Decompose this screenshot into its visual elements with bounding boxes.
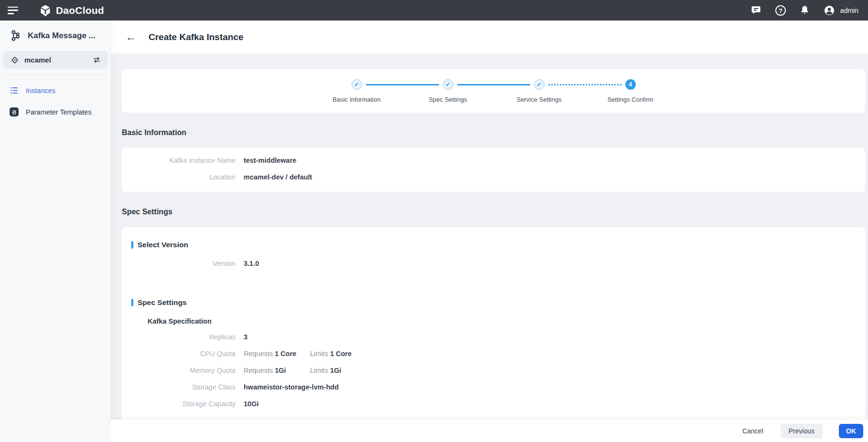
- step-label: Settings Confirm: [607, 96, 653, 103]
- menu-icon[interactable]: [8, 7, 19, 14]
- form-row: Storage Class hwameistor-storage-lvm-hdd: [131, 383, 856, 391]
- requests-label: Requests: [244, 367, 273, 374]
- subsection-spec-settings: Spec Settings: [131, 298, 856, 307]
- field-value: mcamel-dev / default: [244, 173, 312, 181]
- spec-settings-card: Select Version Version 3.1.0 Spec Settin…: [122, 227, 865, 420]
- sidebar-divider: [5, 74, 106, 75]
- limits-value: 1 Core: [330, 350, 352, 358]
- stepper-card: ✓ Basic Information ✓ Spec Settings ✓ Se…: [122, 69, 865, 113]
- accent-bar: [131, 299, 133, 306]
- subsection-title-label: Spec Settings: [138, 298, 187, 307]
- requests-label: Requests: [244, 350, 273, 358]
- form-row: Replicas 3: [131, 333, 856, 341]
- sidebar-item-label: Instances: [26, 87, 55, 95]
- brand-name: DaoCloud: [56, 5, 104, 16]
- field-label: Storage Capacity: [131, 400, 236, 408]
- bell-icon[interactable]: [799, 5, 811, 16]
- subsection-select-version: Select Version: [131, 241, 856, 249]
- accent-bar: [131, 241, 133, 249]
- limits-label: Limits: [310, 350, 328, 358]
- field-label: Location: [131, 173, 236, 181]
- subsection-title-label: Select Version: [138, 241, 188, 249]
- arrow-left-icon[interactable]: ←: [126, 32, 136, 42]
- step-settings-confirm[interactable]: 4 Settings Confirm: [585, 79, 676, 103]
- main-area: ← Create Kafka Instance ✓ Basic Informat…: [111, 21, 868, 442]
- field-value: Requests1 Core Limits1 Core: [244, 350, 352, 358]
- step-label: Spec Settings: [429, 96, 467, 103]
- field-value: test-middleware: [244, 157, 296, 164]
- sidebar-item-instances[interactable]: Instances: [0, 80, 111, 101]
- field-value: 3: [244, 333, 247, 341]
- stepper: ✓ Basic Information ✓ Spec Settings ✓ Se…: [311, 79, 676, 103]
- page-header: ← Create Kafka Instance: [111, 21, 868, 53]
- ok-button[interactable]: OK: [839, 424, 863, 438]
- sidebar-item-parameter-templates[interactable]: {∕} Parameter Templates: [0, 101, 111, 123]
- step-label: Service Settings: [517, 96, 562, 103]
- step-number: 4: [625, 79, 636, 90]
- step-basic-information[interactable]: ✓ Basic Information: [311, 79, 402, 103]
- sidebar-item-label: Parameter Templates: [26, 108, 92, 116]
- app-header: Kafka Message ...: [0, 21, 111, 50]
- field-value: 10Gi: [244, 400, 258, 408]
- step-check-icon: ✓: [443, 79, 453, 90]
- switch-workspace-icon[interactable]: [92, 55, 101, 64]
- braces-icon: {∕}: [10, 107, 19, 116]
- user-avatar-icon[interactable]: [824, 5, 835, 16]
- list-icon: [10, 86, 19, 95]
- step-spec-settings[interactable]: ✓ Spec Settings: [402, 79, 493, 103]
- workspace-name: mcamel: [24, 56, 87, 64]
- username[interactable]: admin: [840, 7, 858, 14]
- svg-text:?: ?: [779, 7, 782, 14]
- step-service-settings[interactable]: ✓ Service Settings: [493, 79, 585, 103]
- field-value: Requests1Gi Limits1Gi: [244, 367, 341, 374]
- form-row: Location mcamel-dev / default: [131, 173, 856, 181]
- field-value: hwameistor-storage-lvm-hdd: [244, 383, 339, 391]
- sidebar: Kafka Message ... mcamel: [0, 21, 111, 442]
- section-title-basic-information: Basic Information: [122, 128, 865, 137]
- footer-actions: Cancel Previous OK: [111, 420, 868, 442]
- field-label: Replicas: [131, 333, 236, 341]
- group-title-kafka-specification: Kafka Specification: [148, 317, 856, 325]
- field-label: Storage Class: [131, 383, 236, 391]
- field-label: CPU Quota: [131, 350, 236, 358]
- form-row: Version 3.1.0: [131, 260, 856, 267]
- field-label: Version: [131, 260, 236, 267]
- previous-button[interactable]: Previous: [781, 424, 823, 438]
- limits-value: 1Gi: [330, 367, 341, 374]
- cancel-button[interactable]: Cancel: [741, 424, 764, 438]
- help-icon[interactable]: ?: [775, 5, 786, 16]
- step-check-icon: ✓: [352, 79, 362, 90]
- workspace-icon: [11, 56, 19, 64]
- requests-value: 1Gi: [275, 367, 286, 374]
- workspace-selector[interactable]: mcamel: [3, 51, 108, 69]
- form-row: Kafka Instance Name test-middleware: [131, 157, 856, 164]
- brand[interactable]: DaoCloud: [39, 4, 104, 17]
- form-row: Memory Quota Requests1Gi Limits1Gi: [131, 367, 856, 374]
- field-label: Kafka Instance Name: [131, 157, 236, 164]
- chat-icon[interactable]: [750, 5, 762, 16]
- content: ✓ Basic Information ✓ Spec Settings ✓ Se…: [111, 53, 868, 420]
- page-title: Create Kafka Instance: [149, 32, 244, 42]
- requests-value: 1 Core: [275, 350, 296, 358]
- step-check-icon: ✓: [534, 79, 545, 90]
- section-title-spec-settings: Spec Settings: [122, 208, 865, 216]
- field-label: Memory Quota: [131, 367, 236, 374]
- daocloud-logo-icon: [39, 4, 52, 17]
- form-row: Storage Capacity 10Gi: [131, 400, 856, 408]
- topbar: DaoCloud ?: [0, 0, 868, 21]
- form-row: CPU Quota Requests1 Core Limits1 Core: [131, 350, 856, 358]
- field-value: 3.1.0: [244, 260, 259, 267]
- limits-label: Limits: [310, 367, 328, 374]
- step-label: Basic Information: [332, 96, 380, 103]
- basic-information-card: Kafka Instance Name test-middleware Loca…: [122, 148, 865, 192]
- kafka-icon: [10, 30, 21, 42]
- app-title: Kafka Message ...: [28, 31, 96, 41]
